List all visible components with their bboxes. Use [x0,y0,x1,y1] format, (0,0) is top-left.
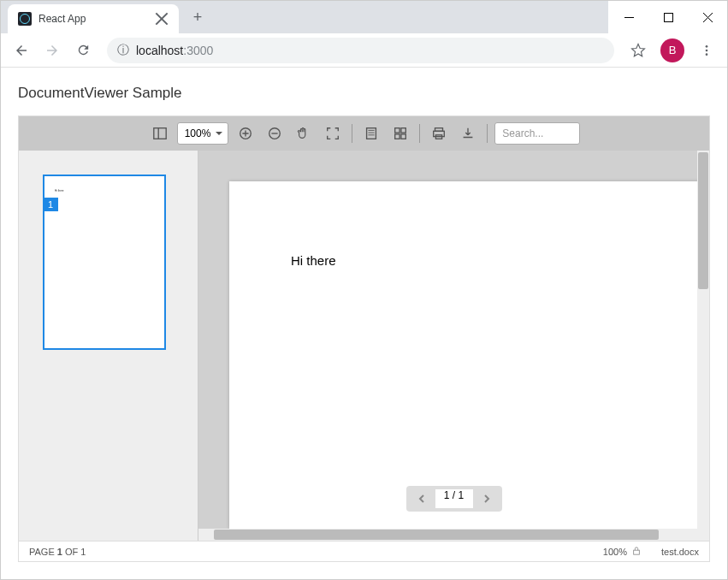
document-page: Hi there [229,181,709,529]
reload-button[interactable] [69,37,97,64]
tab-bar: React App + [1,1,608,33]
svg-rect-8 [367,128,376,139]
svg-rect-4 [153,128,165,139]
tab-title: React App [38,13,148,25]
vertical-scroll-thumb[interactable] [698,152,708,289]
svg-point-2 [706,49,708,51]
prev-page-button[interactable] [410,487,434,511]
page-status: PAGE 1 OF 1 [29,547,603,557]
maximize-button[interactable] [648,3,688,31]
horizontal-scrollbar[interactable] [198,529,709,541]
next-page-button[interactable] [475,487,499,511]
fullscreen-button[interactable] [321,121,345,145]
svg-point-3 [706,53,708,56]
download-button[interactable] [456,121,480,145]
bookmark-button[interactable] [624,37,652,64]
document-viewer: 100% [18,115,710,562]
close-window-button[interactable] [688,3,727,31]
page-thumbnail[interactable]: 1 Hi there [43,175,166,350]
zoom-out-button[interactable] [263,121,287,145]
svg-rect-15 [401,134,405,139]
new-tab-button[interactable]: + [186,5,210,29]
forward-button[interactable] [38,37,66,64]
single-page-button[interactable] [359,121,383,145]
browser-window: React App + ⓘ localhost:3000 B [0,0,728,580]
grid-view-button[interactable] [388,121,412,145]
pan-tool-button[interactable] [292,121,316,145]
viewer-toolbar: 100% [19,116,709,151]
lock-icon [632,547,641,557]
browser-menu-button[interactable] [693,37,720,64]
page-content: DocumentViewer Sample 100% [1,68,727,579]
zoom-in-button[interactable] [234,121,257,145]
react-favicon [18,12,32,26]
page-navigator: 1 / 1 [406,486,502,512]
back-button[interactable] [8,37,35,64]
svg-rect-13 [401,128,405,133]
svg-point-1 [706,45,708,48]
thumbnail-preview: Hi there [44,176,164,205]
thumbnail-panel: 1 Hi there [19,151,198,541]
svg-rect-14 [395,134,400,139]
toolbar-separator [487,124,488,143]
page-number-input[interactable]: 1 / 1 [435,489,473,508]
filename-label: test.docx [661,547,699,557]
status-zoom: 100% [603,547,627,557]
svg-rect-19 [634,550,640,554]
vertical-scrollbar[interactable] [697,151,709,529]
url-text: localhost:3000 [136,44,213,57]
document-text: Hi there [291,253,648,268]
zoom-select[interactable]: 100% [177,122,229,145]
url-input[interactable]: ⓘ localhost:3000 [107,38,614,63]
thumbnail-page-number: 1 [43,198,58,211]
search-input[interactable]: Search... [494,122,580,145]
profile-avatar[interactable]: B [660,38,684,62]
toolbar-separator [352,124,352,143]
toggle-sidebar-button[interactable] [148,121,172,145]
page-title: DocumentViewer Sample [18,85,710,102]
horizontal-scroll-thumb[interactable] [214,530,659,540]
tab-close-button[interactable] [155,12,169,26]
print-button[interactable] [427,121,451,145]
document-area: Hi there 1 / 1 [198,151,709,541]
toolbar-separator [419,124,420,143]
address-bar: ⓘ localhost:3000 B [1,33,727,68]
minimize-button[interactable] [609,3,648,31]
svg-rect-12 [395,128,400,133]
svg-rect-0 [664,13,672,21]
site-info-icon[interactable]: ⓘ [117,43,129,58]
viewer-body: 1 Hi there Hi there 1 / 1 [19,151,709,541]
svg-rect-17 [434,131,445,136]
document-scroll-area[interactable]: Hi there 1 / 1 [198,151,709,529]
status-bar: PAGE 1 OF 1 100% test.docx [19,541,709,561]
browser-tab[interactable]: React App [8,4,179,33]
